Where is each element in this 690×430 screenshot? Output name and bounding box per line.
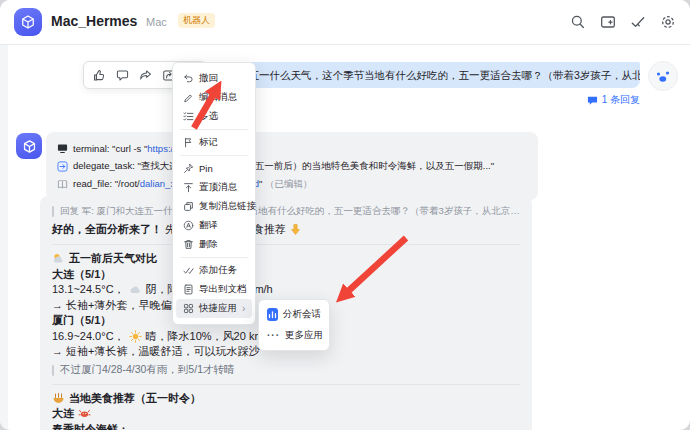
left-rail: [0, 45, 8, 430]
toolcall-readfile-line: read_file: "/root/dalian_xiamen_compare.…: [57, 175, 527, 193]
undo-icon: [183, 73, 194, 84]
comment-icon[interactable]: [112, 65, 132, 85]
read-file-icon: [57, 179, 68, 190]
copy-link-icon: [183, 201, 194, 212]
sun-cloud-icon: [52, 252, 65, 265]
food-heading: 当地美食推荐（五一时令）: [52, 391, 520, 407]
terminal-icon: [57, 143, 68, 154]
menu-item-recall[interactable]: 撤回: [176, 69, 252, 88]
menu-item-export-to-doc[interactable]: 导出到文档: [176, 280, 252, 299]
section-divider: [52, 384, 520, 385]
new-tab-icon[interactable]: [600, 14, 616, 30]
edited-note: （已编辑）: [265, 178, 313, 189]
pin-icon: [183, 163, 194, 174]
delegate-task-icon: [57, 161, 68, 172]
translate-icon: [183, 220, 194, 231]
food-subheading: 春季时令海鲜：: [52, 422, 520, 430]
export-doc-icon: [183, 284, 194, 295]
menu-item-multiselect[interactable]: 多选: [176, 107, 252, 126]
toolcall-delegate-line: delegate_task: "查找大连和厦门在劳动节（五一前后）的当地特色美食…: [57, 157, 527, 175]
menu-divider: [180, 129, 248, 130]
quote-bar: [52, 206, 54, 217]
user-message-text: 厦门和大连五一什么天气，这个季节当地有什么好吃的，五一更适合去哪？（带着3岁孩子…: [196, 69, 640, 81]
multiselect-icon: [183, 111, 194, 122]
forward-icon[interactable]: [135, 65, 155, 85]
bot-logo-cube-icon: [14, 8, 42, 36]
chat-subtitle: Mac: [146, 16, 167, 28]
menu-item-pin-top[interactable]: 置顶消息: [176, 178, 252, 197]
search-icon[interactable]: [570, 14, 586, 30]
bot-avatar: [16, 133, 42, 159]
menu-divider: [180, 155, 248, 156]
chevron-right-icon: ›: [242, 304, 245, 314]
trash-icon: [183, 239, 194, 250]
quoted-reply[interactable]: 回复 军: 厦门和大连五一什么天气，这个季节当地有什么好吃的，五一更适合去哪？（…: [52, 204, 520, 219]
done-check-icon[interactable]: [630, 14, 646, 30]
bot-badge: 机器人: [178, 13, 215, 28]
quote-bar: [52, 365, 54, 376]
menu-item-quick-apps[interactable]: 快捷应用 ›: [176, 299, 252, 318]
menu-item-add-task[interactable]: 添加任务: [176, 261, 252, 280]
intro-line: 好的，全面分析来了！先看天气，再看美食推荐: [52, 221, 520, 238]
menu-item-delete[interactable]: 删除: [176, 235, 252, 254]
sun-icon: [129, 330, 142, 343]
more-dots-icon: ···: [267, 330, 280, 341]
menu-item-mark[interactable]: 标记: [176, 133, 252, 152]
menu-item-translate[interactable]: 翻译: [176, 216, 252, 235]
reply-count-label: 1 条回复: [602, 93, 640, 107]
menu-item-pin[interactable]: Pin: [176, 159, 252, 178]
chat-title: Mac_Hermes: [51, 13, 137, 29]
submenu-item-analyze-conversation[interactable]: 分析会话: [259, 304, 329, 325]
user-avatar[interactable]: [648, 61, 678, 91]
menu-divider: [180, 257, 248, 258]
thumbs-up-icon[interactable]: [89, 65, 109, 85]
menu-item-edit-message[interactable]: 编辑消息: [176, 88, 252, 107]
crab-icon: [78, 407, 91, 420]
noodles-icon: [52, 392, 65, 405]
menu-item-copy-message-link[interactable]: 复制消息链接: [176, 197, 252, 216]
cloud-icon: [129, 283, 142, 296]
weather-heading: 五一前后天气对比: [52, 251, 520, 267]
add-task-icon: [183, 265, 194, 276]
point-down-icon: [289, 223, 302, 236]
food-city-line: 大连: [52, 406, 520, 422]
pencil-icon: [183, 92, 194, 103]
bot-toolcalls-bubble[interactable]: terminal: "curl -s "https://api.open-m..…: [46, 132, 538, 200]
pin-top-icon: [183, 182, 194, 193]
thread-reply-link[interactable]: 1 条回复: [587, 93, 640, 107]
section-divider: [52, 244, 520, 245]
submenu-item-more-apps[interactable]: ··· 更多应用: [259, 325, 329, 346]
settings-gear-icon[interactable]: [660, 14, 676, 30]
message-context-menu: 撤回 编辑消息 多选 标记 Pin 置顶消息 复制消息链: [172, 62, 256, 325]
chat-window: Mac_Hermes Mac 机器人 厦门和大连五一什么天气，这个季节当地有什么…: [0, 0, 690, 430]
reply-bubble-icon: [587, 95, 598, 106]
analyze-app-icon: [267, 308, 278, 321]
dalian-title: 大连（5/1）: [52, 267, 520, 283]
apps-grid-icon: [183, 303, 194, 314]
weather-note-quote: 不过厦门4/28-4/30有雨，到5/1才转晴: [52, 363, 520, 378]
chat-header: Mac_Hermes Mac 机器人: [0, 0, 690, 45]
toolcall-terminal-line: terminal: "curl -s "https://api.open-m..…: [57, 139, 527, 157]
dalian-temp-line: 13.1~24.5°C， 阴，降水20%，风15 km/h: [52, 282, 520, 298]
flag-icon: [183, 137, 194, 148]
quick-apps-submenu: 分析会话 ··· 更多应用: [258, 299, 330, 351]
